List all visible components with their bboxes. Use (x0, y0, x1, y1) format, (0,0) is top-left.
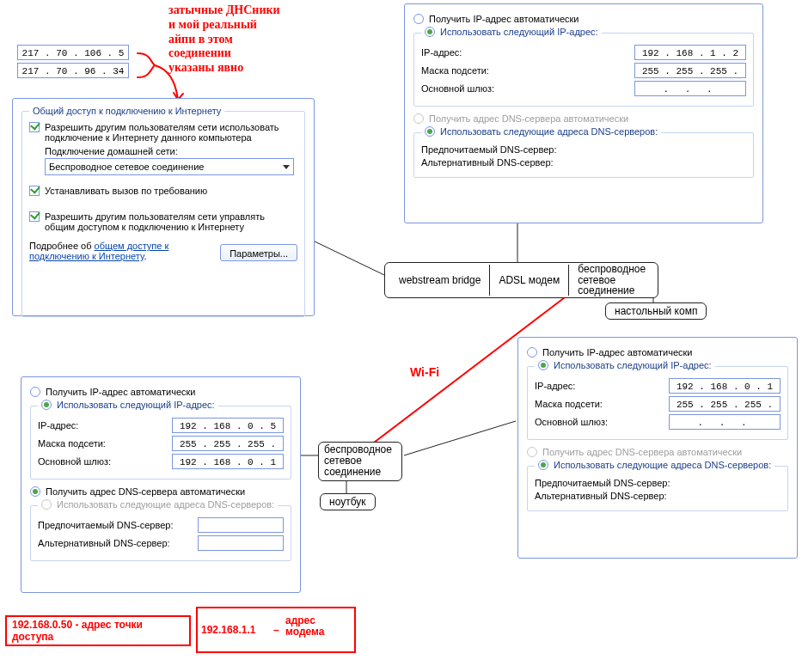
checkbox-allow-control[interactable] (29, 211, 40, 222)
label-allow-share: Разрешить другим пользователям сети испо… (45, 122, 297, 143)
ics-groupbox-title: Общий доступ к подключению к Интернету (29, 106, 224, 116)
button-parameters[interactable]: Параметры... (220, 244, 297, 261)
box-access-point-address: 192.168.0.50 - адрес точки доступа (5, 615, 191, 646)
label-desktop-manual-dns: Использовать следующие адреса DNS-сервер… (440, 126, 658, 137)
modem-label: адрес модема (285, 615, 324, 638)
input-lan-ip[interactable]: 192 . 168 . 0 . 5 (172, 418, 284, 433)
modem-ip-value: 192.168.1.1 (201, 624, 255, 636)
radio-lan-auto-ip[interactable] (30, 387, 40, 397)
label-lan-mask: Маска подсети: (38, 438, 172, 449)
box-modem-address: 192.168.1.1 – адрес модема (196, 607, 356, 653)
checkbox-dial-on-demand[interactable] (29, 186, 40, 196)
label-lan-dns2: Альтернативный DNS-сервер: (38, 538, 198, 548)
label-wlan-manual-ip: Использовать следующий IP-адрес: (554, 360, 712, 370)
radio-desktop-manual-dns[interactable] (425, 126, 435, 137)
radio-wlan-manual-dns[interactable] (538, 460, 548, 470)
panel-laptop-wlan: Получить IP-адрес автоматически Использо… (517, 337, 798, 559)
annotation-dns-real-ip: затычные ДНСники и мой реальный айпи в э… (168, 3, 315, 76)
radio-desktop-auto-dns (413, 113, 424, 124)
panel-ics-sharing: Общий доступ к подключению к Интернету Р… (12, 98, 315, 316)
label-desktop-ip: IP-адрес: (421, 47, 634, 58)
node-wlan-connection: беспроводное сетевое соединение (318, 442, 402, 481)
node-adsl-modem: ADSL модем (490, 265, 569, 296)
label-desktop-dns1: Предпочитаемый DNS-сервер: (421, 144, 746, 155)
radio-wlan-auto-ip[interactable] (527, 347, 537, 357)
input-lan-dns2[interactable] (198, 535, 284, 551)
input-desktop-ip[interactable]: 192 . 168 . 1 . 2 (634, 45, 746, 60)
label-wlan-manual-dns: Использовать следующие адреса DNS-сервер… (554, 460, 771, 470)
label-lan-auto-dns: Получить адрес DNS-сервера автоматически (46, 486, 245, 497)
label-lan-auto-ip: Получить IP-адрес автоматически (46, 387, 195, 397)
input-wlan-ip[interactable]: 192 . 168 . 0 . 1 (669, 378, 781, 394)
label-wlan-mask: Маска подсети: (535, 399, 669, 409)
input-lan-gw[interactable]: 192 . 168 . 0 . 1 (172, 454, 284, 469)
ip-box-2[interactable]: 217 . 70 . 96 . 34 (17, 63, 129, 78)
label-lan-manual-ip: Использовать следующий IP-адрес: (57, 400, 215, 410)
label-desktop-manual-ip: Использовать следующий IP-адрес: (440, 27, 598, 37)
svg-line-0 (313, 241, 384, 275)
radio-lan-manual-dns[interactable] (41, 499, 52, 510)
panel-desktop-ip: Получить IP-адрес автоматически Использо… (404, 3, 763, 223)
label-allow-control: Разрешить другим пользователям сети упра… (45, 211, 297, 232)
input-wlan-mask[interactable]: 255 . 255 . 255 . 0 (669, 396, 781, 412)
node-laptop-label: ноутбук (320, 493, 376, 510)
checkbox-allow-share[interactable] (29, 122, 40, 132)
annotation-wifi: Wi-Fi (410, 365, 439, 379)
label-home-connection: Подключение домашней сети: (45, 146, 297, 156)
input-desktop-mask[interactable]: 255 . 255 . 255 . 0 (634, 63, 746, 78)
label-dial-on-demand: Устанавливать вызов по требованию (45, 186, 207, 196)
input-desktop-gw[interactable]: . . . (634, 81, 746, 96)
combo-home-connection[interactable]: Беспроводное сетевое соединение (45, 158, 294, 175)
label-desktop-auto-ip: Получить IP-адрес автоматически (429, 14, 579, 24)
svg-line-5 (404, 421, 516, 455)
label-desktop-gw: Основной шлюз: (421, 83, 634, 94)
label-wlan-ip: IP-адрес: (535, 381, 669, 391)
radio-lan-auto-dns[interactable] (30, 486, 40, 497)
label-wlan-dns2: Альтернативный DNS-сервер: (535, 491, 781, 501)
node-webstream-bridge: webstream bridge (390, 265, 490, 296)
panel-laptop-lan: Получить IP-адрес автоматически Использо… (21, 376, 301, 593)
node-wireless-connection: беспроводное сетевое соединение (569, 265, 652, 296)
label-desktop-dns2: Альтернативный DNS-сервер: (421, 157, 746, 168)
label-lan-gw: Основной шлюз: (38, 456, 172, 467)
radio-desktop-auto-ip[interactable] (413, 14, 424, 24)
node-triple-connections: webstream bridge ADSL модем беспроводное… (384, 262, 658, 298)
ip-box-1[interactable]: 217 . 70 . 106 . 5 (17, 45, 129, 60)
radio-wlan-auto-dns (527, 447, 537, 457)
input-wlan-gw[interactable]: . . . (669, 414, 781, 430)
label-desktop-auto-dns: Получить адрес DNS-сервера автоматически (429, 113, 628, 124)
node-desktop-label: настольный комп (605, 302, 707, 320)
modem-dash: – (273, 624, 279, 636)
label-wlan-dns1: Предпочитаемый DNS-сервер: (535, 478, 781, 488)
label-wlan-auto-dns: Получить адрес DNS-сервера автоматически (542, 447, 742, 457)
label-wlan-gw: Основной шлюз: (535, 417, 669, 427)
combo-home-connection-value: Беспроводное сетевое соединение (49, 162, 204, 172)
label-lan-dns1: Предпочитаемый DNS-сервер: (38, 520, 198, 530)
label-wlan-auto-ip: Получить IP-адрес автоматически (542, 347, 692, 357)
label-desktop-mask: Маска подсети: (421, 65, 634, 76)
radio-lan-manual-ip[interactable] (41, 400, 52, 410)
radio-desktop-manual-ip[interactable] (425, 27, 435, 37)
label-lan-ip: IP-адрес: (38, 420, 172, 431)
radio-wlan-manual-ip[interactable] (538, 360, 548, 370)
ics-link-prefix: Подробнее об (29, 241, 95, 251)
input-lan-dns1[interactable] (198, 517, 284, 533)
input-lan-mask[interactable]: 255 . 255 . 255 . 0 (172, 436, 284, 451)
label-lan-manual-dns: Использовать следующие адреса DNS-сервер… (57, 499, 274, 510)
